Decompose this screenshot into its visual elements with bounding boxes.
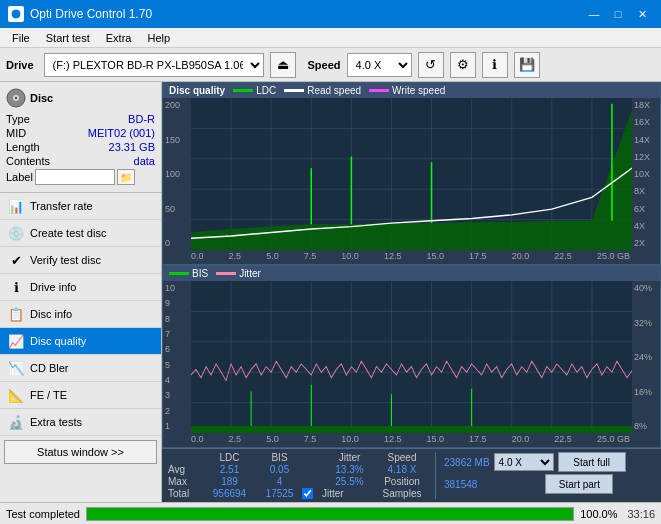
progress-bar-fill bbox=[87, 508, 573, 520]
stats-max-row: Max 189 4 25.5% Position bbox=[168, 476, 427, 487]
legend-bis-label: BIS bbox=[192, 268, 208, 279]
disc-length-label: Length bbox=[6, 141, 40, 153]
progress-bar-container bbox=[86, 507, 574, 521]
maximize-button[interactable]: □ bbox=[607, 5, 629, 23]
stats-avg-row: Avg 2.51 0.05 13.3% 4.18 X bbox=[168, 464, 427, 475]
position-value: 23862 MB bbox=[444, 457, 490, 468]
svg-point-0 bbox=[11, 9, 21, 19]
menu-file[interactable]: File bbox=[4, 30, 38, 46]
menu-help[interactable]: Help bbox=[139, 30, 178, 46]
sidebar-label-fe-te: FE / TE bbox=[30, 389, 67, 401]
disc-length-value: 23.31 GB bbox=[109, 141, 155, 153]
sidebar-label-extra-tests: Extra tests bbox=[30, 416, 82, 428]
chart-top-body: 200 150 100 50 0 bbox=[163, 98, 660, 250]
disc-contents-label: Contents bbox=[6, 155, 50, 167]
chart-bottom-svg bbox=[191, 281, 632, 433]
sidebar-label-disc-info: Disc info bbox=[30, 308, 72, 320]
chart-top-title: Disc quality bbox=[169, 85, 225, 96]
chart-bottom-header: BIS Jitter bbox=[163, 266, 660, 281]
bis-total: 17525 bbox=[257, 488, 302, 499]
svg-marker-37 bbox=[191, 426, 632, 433]
app-icon bbox=[8, 6, 24, 22]
legend-read-label: Read speed bbox=[307, 85, 361, 96]
info-button[interactable]: ℹ bbox=[482, 52, 508, 78]
status-bar: Test completed 100.0% 33:16 bbox=[0, 502, 661, 524]
legend-write-label: Write speed bbox=[392, 85, 445, 96]
sidebar-item-drive-info[interactable]: ℹ Drive info bbox=[0, 274, 161, 301]
chart-top-svg-area bbox=[191, 98, 632, 250]
nav-items: 📊 Transfer rate 💿 Create test disc ✔ Ver… bbox=[0, 193, 161, 436]
bis-col-header: BIS bbox=[257, 452, 302, 463]
window-title: Opti Drive Control 1.70 bbox=[30, 7, 152, 21]
create-test-disc-icon: 💿 bbox=[8, 225, 24, 241]
legend-jitter-label: Jitter bbox=[239, 268, 261, 279]
sidebar-label-verify-test-disc: Verify test disc bbox=[30, 254, 101, 266]
legend-ldc-label: LDC bbox=[256, 85, 276, 96]
bis-max: 4 bbox=[257, 476, 302, 487]
speed-dropdown[interactable]: 4.0 X bbox=[494, 453, 554, 471]
total-label: Total bbox=[168, 488, 202, 499]
sidebar-item-create-test-disc[interactable]: 💿 Create test disc bbox=[0, 220, 161, 247]
main-content: Disc quality LDC Read speed Write speed … bbox=[162, 82, 661, 502]
refresh-button[interactable]: ↺ bbox=[418, 52, 444, 78]
eject-button[interactable]: ⏏ bbox=[270, 52, 296, 78]
status-text: Test completed bbox=[6, 508, 80, 520]
ldc-max: 189 bbox=[202, 476, 257, 487]
status-progress-pct: 100.0% bbox=[580, 508, 617, 520]
speed-select[interactable]: 4.0 X bbox=[347, 53, 412, 77]
sidebar-item-cd-bler[interactable]: 📉 CD Bler bbox=[0, 355, 161, 382]
disc-header-label: Disc bbox=[30, 92, 53, 104]
drive-select[interactable]: (F:) PLEXTOR BD-R PX-LB950SA 1.06 bbox=[44, 53, 264, 77]
status-window-button[interactable]: Status window >> bbox=[4, 440, 157, 464]
sidebar: Disc Type BD-R MID MEIT02 (001) Length 2… bbox=[0, 82, 162, 502]
samples-label: Samples bbox=[377, 488, 427, 499]
stats-header-row: LDC BIS Jitter Speed bbox=[168, 452, 427, 463]
speed-col-header: Speed bbox=[377, 452, 427, 463]
sidebar-item-fe-te[interactable]: 📐 FE / TE bbox=[0, 382, 161, 409]
settings-button[interactable]: ⚙ bbox=[450, 52, 476, 78]
stats-total-row: Total 956694 17525 Jitter Samples bbox=[168, 488, 427, 499]
legend-ldc: LDC bbox=[233, 85, 276, 96]
write-speed-color-swatch bbox=[369, 89, 389, 92]
max-label: Max bbox=[168, 476, 202, 487]
jitter-checkbox[interactable] bbox=[302, 488, 313, 499]
sidebar-item-disc-info[interactable]: 📋 Disc info bbox=[0, 301, 161, 328]
start-part-button[interactable]: Start part bbox=[545, 474, 613, 494]
extra-tests-icon: 🔬 bbox=[8, 414, 24, 430]
jitter-label-check: Jitter bbox=[322, 488, 377, 499]
sidebar-label-cd-bler: CD Bler bbox=[30, 362, 69, 374]
jitter-avg: 13.3% bbox=[322, 464, 377, 475]
save-button[interactable]: 💾 bbox=[514, 52, 540, 78]
disc-info-icon: 📋 bbox=[8, 306, 24, 322]
bis-jitter-chart: BIS Jitter 10 9 8 7 6 5 4 3 2 bbox=[162, 265, 661, 448]
sidebar-item-transfer-rate[interactable]: 📊 Transfer rate bbox=[0, 193, 161, 220]
disc-label-input[interactable] bbox=[35, 169, 115, 185]
jitter-col-header: Jitter bbox=[322, 452, 377, 463]
sidebar-item-extra-tests[interactable]: 🔬 Extra tests bbox=[0, 409, 161, 436]
minimize-button[interactable]: — bbox=[583, 5, 605, 23]
svg-point-3 bbox=[15, 97, 17, 99]
sidebar-item-disc-quality[interactable]: 📈 Disc quality bbox=[0, 328, 161, 355]
ldc-total: 956694 bbox=[202, 488, 257, 499]
menu-extra[interactable]: Extra bbox=[98, 30, 140, 46]
stats-divider bbox=[435, 452, 436, 499]
close-button[interactable]: ✕ bbox=[631, 5, 653, 23]
sidebar-label-create-test-disc: Create test disc bbox=[30, 227, 106, 239]
y-axis-left-top: 200 150 100 50 0 bbox=[163, 98, 191, 250]
title-bar: Opti Drive Control 1.70 — □ ✕ bbox=[0, 0, 661, 28]
chart-bottom-body: 10 9 8 7 6 5 4 3 2 1 bbox=[163, 281, 660, 433]
sidebar-label-drive-info: Drive info bbox=[30, 281, 76, 293]
fe-te-icon: 📐 bbox=[8, 387, 24, 403]
disc-quality-chart: Disc quality LDC Read speed Write speed … bbox=[162, 82, 661, 265]
window-controls: — □ ✕ bbox=[583, 5, 653, 23]
disc-label-label: Label bbox=[6, 171, 33, 183]
read-speed-color-swatch bbox=[284, 89, 304, 92]
disc-label-browse[interactable]: 📁 bbox=[117, 169, 135, 185]
disc-mid-label: MID bbox=[6, 127, 26, 139]
sidebar-item-verify-test-disc[interactable]: ✔ Verify test disc bbox=[0, 247, 161, 274]
drive-info-icon: ℹ bbox=[8, 279, 24, 295]
start-full-button[interactable]: Start full bbox=[558, 452, 626, 472]
cd-bler-icon: 📉 bbox=[8, 360, 24, 376]
legend-write-speed: Write speed bbox=[369, 85, 445, 96]
menu-start-test[interactable]: Start test bbox=[38, 30, 98, 46]
